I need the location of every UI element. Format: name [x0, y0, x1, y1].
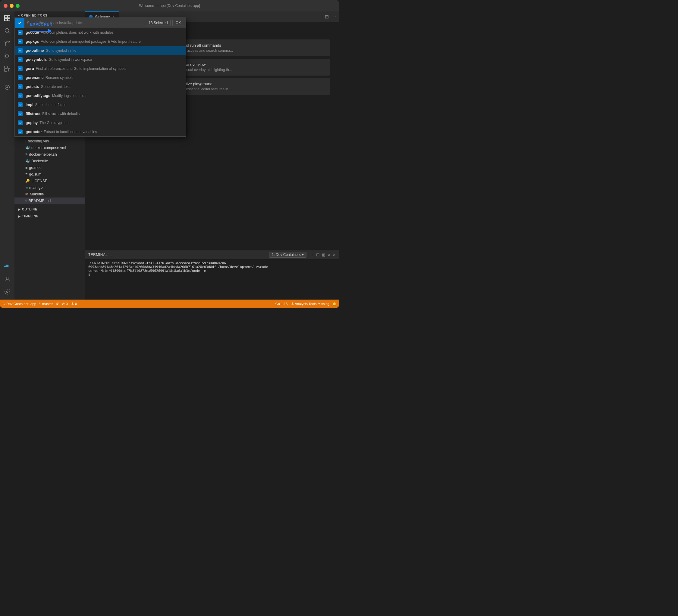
activity-docker[interactable]: [2, 261, 13, 272]
file-license[interactable]: 🔑LICENSE: [14, 178, 85, 184]
svg-point-21: [6, 291, 8, 293]
titlebar: Welcome — app [Dev Container: app]: [0, 0, 339, 11]
checkbox-godoctor[interactable]: [18, 129, 23, 134]
checkbox-gopkgs[interactable]: [18, 39, 23, 44]
learn-card-playground[interactable]: Interactive playground Try out essential…: [170, 78, 330, 95]
terminal-split-button[interactable]: ⊟: [316, 252, 320, 257]
svg-rect-11: [7, 66, 10, 68]
file-docker-compose[interactable]: 🐳docker-compose.yml: [14, 145, 85, 151]
checkbox-gomodifytags[interactable]: [18, 93, 23, 98]
file-dockerfile[interactable]: 🐳Dockerfile: [14, 158, 85, 164]
learn-card-playground-desc: Try out essential editor features in ...: [174, 87, 326, 91]
svg-rect-17: [7, 266, 8, 267]
maximize-button[interactable]: [16, 4, 20, 8]
checkbox-impl[interactable]: [18, 102, 23, 107]
file-gomod[interactable]: ≡go.mod: [14, 164, 85, 171]
svg-rect-18: [6, 265, 7, 266]
dropdown-item-gotests[interactable]: gotests Generate unit tests: [15, 82, 186, 91]
dropdown-item-guru[interactable]: guru Find all references and Go to imple…: [15, 64, 186, 73]
ok-button[interactable]: OK: [173, 20, 184, 26]
status-left: ⊙ Dev Container: app: [2, 302, 36, 306]
terminal-trash-button[interactable]: 🗑: [322, 252, 326, 257]
terminal-prompt[interactable]: $: [88, 273, 336, 277]
file-maingo[interactable]: ○○main.go: [14, 184, 85, 191]
tools-dropdown: 18 Selected OK gocode Auto-completion, d…: [14, 17, 186, 137]
checkbox-gorename[interactable]: [18, 75, 23, 80]
dropdown-item-goplay[interactable]: goplay The Go playground: [15, 118, 186, 127]
dropdown-item-gorename[interactable]: gorename Rename symbols: [15, 73, 186, 82]
traffic-lights: [4, 4, 20, 8]
minimize-button[interactable]: [10, 4, 13, 8]
checkbox-gotests[interactable]: [18, 84, 23, 89]
more-actions-button[interactable]: ⋯: [331, 13, 337, 20]
svg-point-7: [5, 44, 6, 46]
terminal-up-button[interactable]: ∧: [328, 252, 331, 257]
status-dev-container[interactable]: ⊙ Dev Container: app: [2, 302, 36, 306]
dropdown-select-all-checkbox[interactable]: [15, 18, 25, 28]
file-dbconfig[interactable]: !dbconfig.yml: [14, 138, 85, 145]
learn-card-commands[interactable]: Find and run all commands Rapidly access…: [170, 39, 330, 56]
status-sync[interactable]: ↺: [56, 302, 59, 306]
svg-rect-16: [6, 266, 7, 267]
learn-section: Learn Find and run all commands Rapidly …: [170, 28, 330, 97]
activity-search[interactable]: [2, 25, 13, 36]
status-warnings[interactable]: ⚠ 0: [71, 302, 77, 306]
file-makefile[interactable]: MMakefile: [14, 191, 85, 198]
checkbox-go-outline[interactable]: [18, 48, 23, 53]
file-docker-helper[interactable]: ≡docker-helper.sh: [14, 151, 85, 158]
split-editor-button[interactable]: ⊟: [325, 14, 329, 19]
status-bar: ⊙ Dev Container: app ⑂ master ↺ ⊗ 0 ⚠ 0 …: [0, 299, 339, 308]
svg-rect-2: [4, 18, 7, 21]
learn-title: Learn: [170, 28, 330, 36]
checkbox-gocode[interactable]: [18, 30, 23, 35]
status-errors[interactable]: ⊗ 0: [62, 302, 68, 306]
dropdown-item-go-outline[interactable]: go-outline Go to symbol in file: [15, 46, 186, 55]
terminal-add-button[interactable]: +: [312, 252, 314, 257]
learn-card-commands-desc: Rapidly access and search comma...: [174, 48, 326, 53]
svg-rect-3: [7, 18, 10, 21]
checkbox-goplay[interactable]: [18, 120, 23, 125]
section-timeline: ▶TIMELINE: [14, 212, 85, 219]
status-go-version[interactable]: Go 1.15: [275, 302, 288, 305]
checkbox-fillstruct[interactable]: [18, 111, 23, 116]
checkbox-guru[interactable]: [18, 66, 23, 71]
remote-icon: ⊙: [2, 302, 5, 306]
dropdown-item-fillstruct[interactable]: fillstruct Fill structs with defaults: [15, 109, 186, 118]
svg-point-9: [5, 55, 6, 56]
svg-rect-12: [4, 69, 7, 71]
terminal-dropdown[interactable]: 1: Dev Containers ▾: [269, 252, 306, 258]
status-branch[interactable]: ⑂ master: [39, 302, 53, 305]
activity-remote[interactable]: [2, 82, 13, 93]
terminal-line-2: 6993acd891a8e264a429fac10266d8da34946ad2…: [88, 265, 336, 273]
status-right: Go 1.15 ⚠ Analysis Tools Missing 🔔: [275, 302, 337, 306]
activity-run[interactable]: [2, 51, 13, 61]
checkbox-go-symbols[interactable]: [18, 57, 23, 62]
dropdown-item-go-symbols[interactable]: go-symbols Go to symbol in workspace: [15, 55, 186, 64]
activity-explorer[interactable]: [2, 13, 13, 24]
activity-bar: [0, 11, 14, 299]
file-readme[interactable]: ℹREADME.md: [14, 198, 85, 204]
terminal-label: TERMINAL: [88, 253, 108, 257]
terminal-body[interactable]: _CONTAINERS_SESSION=739e58dd-4f41-4370-a…: [85, 259, 339, 299]
terminal-more-button[interactable]: ...: [111, 252, 115, 257]
svg-rect-19: [7, 265, 8, 266]
terminal-container: TERMINAL ... 1: Dev Containers ▾ + ⊟ 🗑 ∧…: [85, 250, 339, 299]
activity-account[interactable]: [2, 274, 13, 285]
terminal-close-button[interactable]: ✕: [332, 252, 336, 257]
activity-settings[interactable]: [2, 286, 13, 297]
svg-rect-0: [4, 15, 7, 18]
activity-source-control[interactable]: [2, 38, 13, 49]
dropdown-item-gopkgs[interactable]: gopkgs Auto-completion of unimported pac…: [15, 37, 186, 46]
learn-card-interface[interactable]: Interface overview Get a visual overlay …: [170, 59, 330, 76]
activity-extensions[interactable]: [2, 63, 13, 74]
status-analysis[interactable]: ⚠ Analysis Tools Missing: [291, 302, 329, 306]
file-gosum[interactable]: ≡go.sum: [14, 171, 85, 178]
svg-rect-15: [4, 266, 6, 267]
close-button[interactable]: [4, 4, 7, 8]
dropdown-item-impl[interactable]: impl Stubs for interfaces: [15, 100, 186, 109]
selected-count-badge: 18 Selected: [146, 20, 170, 26]
terminal-line-1: _CONTAINERS_SESSION=739e58dd-4f41-4370-a…: [88, 261, 336, 265]
dropdown-item-godoctor[interactable]: godoctor Extract to functions and variab…: [15, 127, 186, 136]
status-notification-bell[interactable]: 🔔: [332, 302, 337, 306]
dropdown-item-gomodifytags[interactable]: gomodifytags Modify tags on structs: [15, 91, 186, 100]
